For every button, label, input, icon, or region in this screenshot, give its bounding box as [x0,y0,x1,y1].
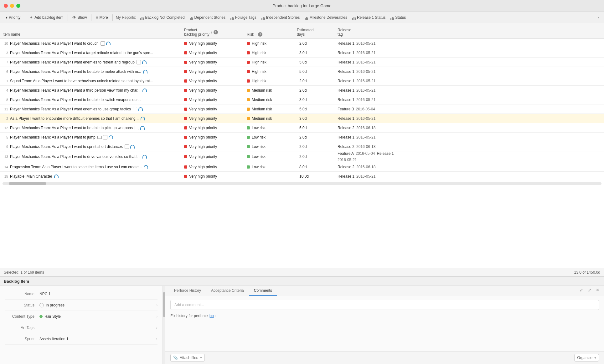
table-row[interactable]: 6 Player Mechanics Team: As a Player I w… [0,67,604,76]
row-number: 9 [3,145,8,149]
priority-toolbar-item[interactable]: ▾ Priority [3,14,23,21]
table-row[interactable]: 5 Player Mechanics Team: As a Player I w… [0,133,604,142]
minimize-button[interactable] [10,4,14,8]
summary-text: 13.0 of 1450.0d [574,270,600,275]
expand-icon[interactable]: ⤢ [578,287,584,293]
main-content: Item name Productbacklog priority ↑ 1 Ri… [0,23,604,364]
field-chevron-icon[interactable]: › [156,303,157,307]
table-row[interactable]: 8 Player Mechanics Team: As a Player I w… [0,95,604,104]
release-tag: Release 1 [338,88,354,93]
risk-text: Medium risk [252,98,272,102]
priority-dot [184,136,187,139]
table-row[interactable]: 15 Playable: Main Character Very high pr… [0,172,604,181]
headphone-icon [142,155,147,159]
col-header-release-tag[interactable]: Releasetag [338,28,406,37]
scrollbar-thumb[interactable] [9,182,46,185]
priority-dot [184,42,187,45]
item-name-text: Player Mechanics Team: As a Player I wan… [10,98,141,102]
table-row[interactable]: 12 Player Mechanics Team: As a Player I … [0,123,604,133]
item-name-text: Squad Team: As a Player I want to have b… [10,79,153,83]
scroll-indicator [163,292,165,317]
horizontal-scrollbar[interactable] [3,182,601,185]
col-header-risk[interactable]: Risk ↑ 2 [247,32,297,37]
add-comment-input[interactable]: Add a comment... [170,300,599,310]
item-name-cell: 1 Squad Team: As a Player I want to have… [3,78,184,84]
priority-text: Very high priority [189,154,217,159]
field-chevron-icon[interactable]: › [156,326,157,330]
report-label-7: Status [395,15,406,20]
risk-text: High risk [252,69,266,74]
maximize-button[interactable] [16,4,20,8]
add-backlog-item-button[interactable]: ＋ Add backlog item [26,13,66,21]
table-row[interactable]: 9 Player Mechanics Team: As a Player I w… [0,142,604,151]
report-release-1-status[interactable]: Release 1 Status [350,14,388,21]
toolbar-separator-2 [68,14,68,21]
external-link-icon[interactable]: ⤤ [586,287,592,293]
table-row[interactable]: 3 Player Mechanics Team: As a Player I w… [0,48,604,58]
table-row[interactable]: 11 Player Mechanics Team: As a Player I … [0,104,604,114]
col-header-priority[interactable]: Productbacklog priority ↑ 1 [184,28,247,37]
risk-text: High risk [252,51,266,55]
days-cell: 5.0d [297,126,338,130]
priority-cell: Very high priority [184,144,247,149]
report-label-6: Release 1 Status [357,15,385,20]
more-button[interactable]: ≡ More [93,14,111,21]
perforce-link[interactable]: job [209,314,214,318]
table-row[interactable]: 2 As a Player I want to encounter more d… [0,114,604,123]
table-row[interactable]: 4 Player Mechanics Team: As a Player I w… [0,86,604,95]
risk-text: Medium risk [252,107,272,111]
report-backlog-not-completed[interactable]: Backlog Not Completed [138,14,187,21]
bar-chart-icon-3 [230,15,234,20]
risk-cell: Medium risk [247,116,297,121]
content-type-dot [39,315,43,318]
report-dependent-stories[interactable]: Dependent Stories [187,14,228,21]
close-panel-icon[interactable]: ✕ [595,287,600,293]
priority-text: Very high priority [189,165,217,169]
attach-chevron-icon: ▾ [200,356,202,360]
risk-text: Low risk [252,126,266,130]
table-row[interactable]: 10 Player Mechanics Team: As a Player I … [0,39,604,48]
field-chevron-icon[interactable]: › [156,337,157,341]
priority-cell: Very high priority [184,88,247,93]
close-button[interactable] [4,4,8,8]
release-tag: Release 1 [338,98,354,102]
item-name-cell: 13 Player Mechanics Team: As a Player I … [3,153,184,160]
field-chevron-icon[interactable]: › [156,314,157,319]
priority-cell: Very high priority [184,51,247,55]
report-independent-stories[interactable]: Independent Stories [259,14,302,21]
sort-badge-1: 1 [214,30,218,34]
toolbar-separator-4 [112,14,113,21]
report-label-1: Backlog Not Completed [145,15,184,20]
chevron-down-icon: ▾ [6,15,8,20]
organise-button[interactable]: Organise ▾ [574,354,599,361]
report-foliage-tags[interactable]: Foliage Tags [228,14,259,21]
release-tag: Release 1 [338,116,354,121]
item-icons [141,117,145,120]
panel-tab-perforce-history[interactable]: Perforce History [169,286,206,296]
bar-chart-icon-1 [140,15,144,20]
toolbar-separator-1 [25,14,25,21]
sort-arrow-risk: ↑ [255,33,257,36]
panel-tab-comments[interactable]: Comments [249,286,277,296]
table-row[interactable]: 1 Squad Team: As a Player I want to have… [0,76,604,86]
item-icons [97,135,113,139]
release-tag: Release 2 [338,126,354,130]
attach-files-button[interactable]: 📎 Attach files ▾ [170,354,205,361]
table-area: Item name Productbacklog priority ↑ 1 Ri… [0,23,604,268]
report-milestone-deliverables[interactable]: Milestone Deliverables [302,14,350,21]
col-header-estimated-days[interactable]: Estimateddays [297,28,338,37]
table-row[interactable]: 7 Player Mechanics Team: As a Player I w… [0,58,604,67]
table-row[interactable]: 14 Progression Team: As a Player I want … [0,162,604,172]
table-row[interactable]: 13 Player Mechanics Team: As a Player I … [0,151,604,162]
toolbar-right-chevron[interactable]: › [595,15,601,20]
report-status[interactable]: Status [388,14,408,21]
selected-text: Selected: 1 of 169 items [4,270,44,275]
priority-dot [184,155,187,158]
panel-tab-acceptance-criteria[interactable]: Acceptance Criteria [206,286,249,296]
risk-cell: Low risk [247,126,297,130]
perforce-prefix: Fix history for perforce [170,314,208,318]
field-row: Sprint Assets Iteration 1 › [5,333,157,345]
item-icons [135,126,145,130]
risk-dot [247,165,250,169]
show-button[interactable]: 👁 Show [69,14,90,21]
